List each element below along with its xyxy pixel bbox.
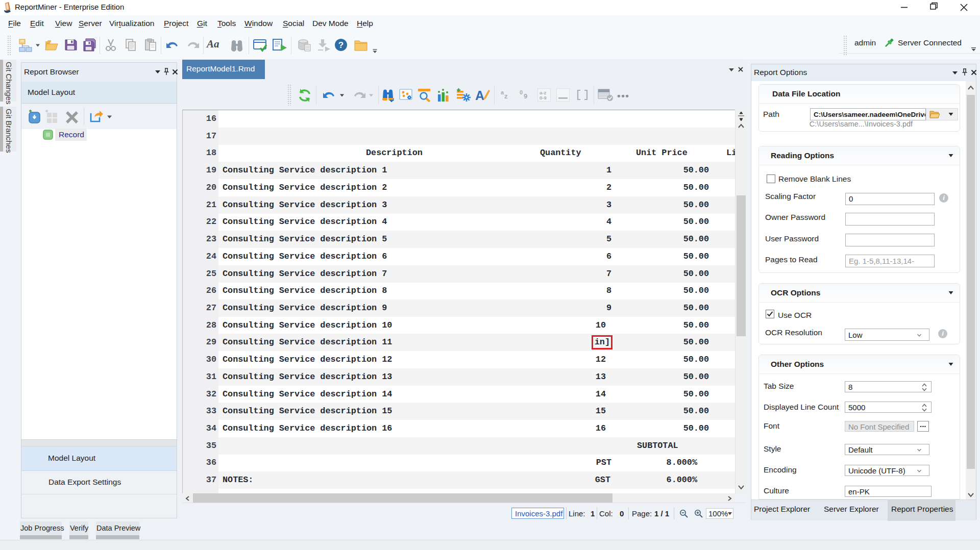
svg-text:z: z: [504, 92, 508, 100]
svg-text:0-9: 0-9: [540, 95, 547, 101]
svg-text:a: a: [501, 89, 504, 95]
svg-text:?: ?: [338, 40, 344, 50]
svg-text:0: 0: [520, 89, 523, 95]
svg-text:9: 9: [524, 92, 527, 100]
svg-text:A: A: [475, 88, 484, 102]
